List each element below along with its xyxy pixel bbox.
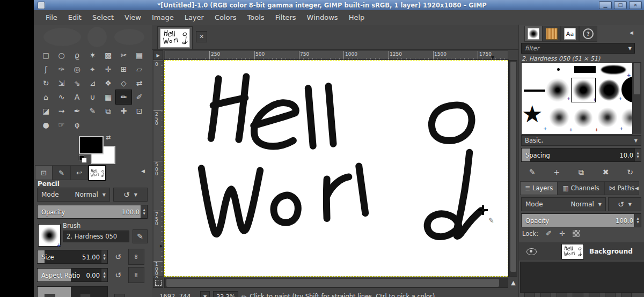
tool-rectangle-select[interactable]: ▢ — [38, 48, 54, 62]
size-reset-button[interactable]: ↺ — [111, 250, 125, 264]
brush-acrylic[interactable] — [573, 108, 594, 128]
brush-star[interactable]: ★ — [522, 101, 543, 127]
ruler-origin-button[interactable]: ▶ — [153, 50, 163, 60]
tool-shear[interactable]: ⇘ — [69, 76, 85, 90]
tool-scale[interactable]: ⇲ — [54, 76, 69, 90]
dock-menu-arrow-icon[interactable]: ◀ — [141, 168, 145, 174]
menu-filters[interactable]: Filters — [270, 11, 302, 24]
lock-alpha-icon[interactable] — [573, 230, 580, 237]
spinner[interactable]: ▲▼ — [101, 250, 107, 263]
brush-name-field[interactable]: 2. Hardness 050 — [63, 231, 129, 242]
menu-tools[interactable]: Tools — [242, 11, 270, 24]
tool-eraser[interactable]: ◪ — [38, 104, 54, 118]
tool-crop[interactable]: ▱ — [131, 62, 147, 76]
tool-handle-transform[interactable]: ◇ — [116, 76, 131, 90]
menu-edit[interactable]: Edit — [63, 11, 87, 24]
tool-mypaint-brush[interactable]: ✎ — [85, 104, 100, 118]
tab-brushes[interactable] — [524, 26, 543, 42]
tool-bucket-fill[interactable]: ∪ — [85, 90, 100, 104]
clipped-control[interactable] — [114, 294, 125, 297]
spinner[interactable]: ▲▼ — [141, 205, 147, 218]
clipped-layer-button[interactable] — [589, 293, 599, 297]
aspect-reset-button[interactable]: ↺ — [111, 268, 125, 282]
layer-mode-reset-button[interactable]: ↺ ▼ — [608, 197, 641, 211]
tool-flip[interactable]: ⇄ — [131, 76, 147, 90]
tab-channels[interactable]: ▥ Channels — [558, 181, 604, 195]
opacity-slider[interactable]: Opacity 100.0 ▲▼ — [37, 205, 148, 219]
tool-ink[interactable]: ✒ — [69, 104, 85, 118]
tool-text[interactable]: A — [69, 90, 85, 104]
foreground-color-swatch[interactable] — [79, 136, 104, 154]
tool-warp[interactable]: ∿ — [54, 90, 69, 104]
spinner[interactable]: ▲▼ — [634, 214, 641, 227]
tool-clone[interactable]: ⧉ — [100, 104, 116, 118]
aspect-ratio-slider[interactable]: Aspect Ratio 0.00 ▲▼ — [37, 268, 108, 282]
tab-layers[interactable]: ≣ Layers — [520, 181, 558, 195]
drawing-canvas[interactable] — [164, 60, 508, 277]
tool-airbrush[interactable]: ⇝ — [54, 104, 69, 118]
tool-perspective[interactable]: ⊿ — [85, 76, 100, 90]
mode-reset-button[interactable]: ↺ ▼ — [113, 188, 148, 202]
brush-grid-scrollbar[interactable] — [633, 62, 641, 133]
tab-patterns[interactable] — [543, 26, 561, 42]
vertical-scrollbar[interactable] — [509, 60, 517, 277]
menu-file[interactable]: File — [40, 11, 63, 24]
brush-texture[interactable] — [597, 107, 618, 128]
menu-view[interactable]: View — [119, 11, 147, 24]
maximize-button[interactable]: □ — [614, 1, 627, 9]
tool-cage-transform[interactable]: ⌂ — [38, 90, 54, 104]
reset-colors-icon[interactable] — [79, 155, 86, 162]
tool-ellipse-select[interactable]: ○ — [54, 48, 69, 62]
tool-perspective-clone[interactable]: ⊡ — [131, 104, 147, 118]
clipped-layer-button[interactable] — [621, 293, 632, 297]
refresh-brushes-button[interactable]: ↻ — [621, 168, 639, 176]
brush-hardness-100[interactable] — [621, 77, 633, 102]
menu-windows[interactable]: Windows — [302, 11, 343, 24]
tool-heal[interactable]: ✚ — [116, 104, 131, 118]
active-brush-thumbnail[interactable]: + — [38, 224, 61, 247]
brush-filter-field[interactable]: filter ▼ — [521, 43, 635, 54]
brush-spray[interactable] — [620, 108, 633, 128]
zoom-level-field[interactable]: 33.3% — [213, 291, 238, 297]
dock-menu-arrow-icon[interactable]: ◀ — [630, 30, 633, 35]
tool-select-by-color[interactable]: ▩ — [100, 48, 116, 62]
image-tab-close-button[interactable]: ✕ — [196, 31, 207, 42]
scroll-arrow-button[interactable]: ▲ — [509, 278, 517, 288]
tool-move[interactable]: ✛ — [100, 62, 116, 76]
tool-fuzzy-select[interactable]: ✶ — [85, 48, 100, 62]
clipped-layer-button[interactable] — [557, 293, 567, 297]
tool-color-picker[interactable]: ✑ — [54, 62, 69, 76]
tool-gradient[interactable]: ▦ — [100, 90, 116, 104]
clipped-control[interactable] — [45, 294, 55, 297]
aspect-link-button[interactable]: ∞ — [128, 267, 144, 283]
visibility-eye-icon[interactable] — [526, 248, 537, 255]
tool-unified-transform[interactable]: ❖ — [100, 76, 116, 90]
tool-pencil-selected[interactable]: ✏ — [116, 90, 131, 104]
tool-measure[interactable]: ⌖ — [85, 62, 100, 76]
clipped-layer-button[interactable] — [524, 293, 535, 297]
menu-image[interactable]: Image — [147, 11, 179, 24]
tab-device-status[interactable]: ✎ — [53, 165, 70, 180]
edit-brush-button[interactable]: ✎ — [523, 168, 541, 176]
tab-help[interactable]: ? — [579, 26, 597, 42]
tool-blur-sharpen[interactable]: ● — [38, 118, 54, 132]
quick-mask-toggle[interactable] — [153, 278, 163, 288]
layer-row-background[interactable]: Background — [519, 242, 644, 261]
tool-zoom[interactable]: ◎ — [69, 62, 85, 76]
size-slider[interactable]: Size 51.00 ▲▼ — [37, 250, 108, 264]
spinner[interactable]: ▲▼ — [101, 269, 107, 281]
brush-block[interactable] — [574, 66, 596, 73]
clipped-layer-button[interactable] — [573, 293, 583, 297]
vertical-ruler[interactable]: 0 250 500 750 1000 ▶ — [153, 60, 163, 277]
spacing-slider[interactable]: Spacing 10.0 ▲▼ — [521, 148, 641, 162]
lock-position-icon[interactable]: ✛ — [559, 229, 565, 237]
spinner[interactable]: ▲▼ — [634, 148, 641, 161]
size-link-button[interactable]: ∞ — [128, 249, 144, 265]
brush-chalk[interactable] — [548, 107, 570, 128]
horizontal-ruler[interactable]: 250 500 750 1000 1250 1500 1750 ▼ — [164, 50, 508, 60]
image-tab[interactable] — [157, 26, 193, 50]
brush-grid[interactable]: ★ + + + + + + + + — [521, 62, 633, 135]
dock-menu-arrow-icon[interactable]: ◀ — [635, 185, 639, 191]
tool-align[interactable]: ⊞ — [116, 62, 131, 76]
close-button[interactable]: × — [629, 1, 642, 9]
